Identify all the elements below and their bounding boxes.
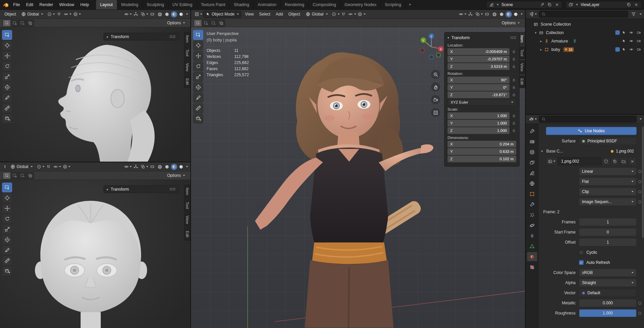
lock-icon[interactable] [511, 78, 516, 82]
shading-dropdown[interactable] [186, 13, 188, 15]
workspace-tab-compositing[interactable]: Compositing [309, 0, 340, 9]
tool-scale[interactable] [2, 224, 12, 234]
add-workspace-button[interactable]: + [405, 0, 414, 10]
lock-icon[interactable] [511, 93, 516, 97]
menu-render[interactable]: Render [36, 0, 56, 9]
orientation-dropdown[interactable]: Global [19, 11, 45, 18]
overlays-dropdown[interactable] [140, 11, 148, 18]
shading-wireframe-button[interactable] [491, 11, 498, 18]
tool-move[interactable] [2, 51, 12, 61]
workspace-tab-scripting[interactable]: Scripting [381, 0, 406, 9]
projection-dropdown[interactable]: Flat [579, 177, 637, 186]
options-dropdown[interactable]: Options [167, 173, 188, 178]
tool-scale[interactable] [193, 72, 203, 82]
menu-edit[interactable]: Edit [23, 0, 36, 9]
editor-type-button[interactable] [193, 11, 202, 18]
image-name-field[interactable]: 1.png.002 [558, 157, 602, 165]
tool-measure[interactable] [2, 256, 12, 266]
roughness-slider[interactable]: 1.000 [579, 309, 637, 317]
unlink-scene-button[interactable] [554, 2, 560, 8]
select-mode-set[interactable] [3, 20, 10, 26]
visibility-dropdown[interactable] [458, 11, 466, 18]
collapse-panel-icon[interactable]: ▾ [448, 36, 449, 39]
shading-rendered-button[interactable] [178, 11, 184, 18]
proportional-editing-dropdown[interactable] [357, 11, 366, 18]
tool-transform[interactable] [193, 82, 203, 92]
select-mode-extend[interactable] [202, 20, 209, 26]
tool-cursor[interactable] [2, 40, 12, 50]
hide-in-viewport-toggle[interactable] [628, 38, 635, 44]
disable-in-renders-toggle[interactable] [636, 46, 642, 53]
expand-panel-icon[interactable]: ▸ [107, 188, 109, 191]
camera-view-button[interactable] [431, 95, 440, 104]
location-z-field[interactable]: Z3.5319 m [448, 63, 510, 70]
tool-annotate[interactable] [193, 93, 203, 103]
expand-arrow-icon[interactable]: ▾ [533, 31, 538, 34]
sidebar-tab-item[interactable]: Item [184, 185, 190, 198]
editor-type-button[interactable] [528, 11, 537, 18]
scrollbar[interactable] [642, 127, 644, 238]
blender-logo-icon[interactable] [2, 1, 9, 8]
menu-file[interactable]: File [10, 0, 23, 9]
tool-transform[interactable] [2, 82, 12, 92]
tool-add-cube[interactable] [193, 114, 203, 124]
dimensions-x-field[interactable]: X0.204 m [448, 141, 516, 147]
sidebar-tab-tool[interactable]: Tool [184, 199, 190, 212]
shading-wireframe-button[interactable] [157, 11, 163, 18]
open-image-button[interactable] [619, 157, 628, 165]
decorator-dot[interactable] [638, 170, 641, 173]
zoom-button[interactable] [431, 70, 440, 79]
unlink-image-button[interactable] [628, 157, 637, 165]
transform-panel-collapsed[interactable]: ▸ Transform [103, 185, 179, 193]
lock-icon[interactable] [511, 57, 516, 61]
sidebar-tab-view[interactable]: View [184, 213, 190, 227]
extension-dropdown[interactable]: Clip [579, 188, 637, 196]
pan-hand-button[interactable] [431, 82, 440, 91]
editor-type-button[interactable] [528, 116, 537, 122]
snap-settings-dropdown[interactable] [63, 11, 71, 18]
shading-solid-button[interactable] [164, 164, 170, 170]
select-mode-intersect[interactable] [26, 20, 34, 26]
remove-viewlayer-button[interactable] [633, 2, 639, 8]
scale-y-field[interactable]: Y1.000 [448, 120, 510, 127]
alpha-dropdown[interactable]: Straight [579, 279, 637, 287]
lock-icon[interactable] [511, 85, 516, 89]
offset-field[interactable]: 1 [579, 238, 637, 246]
proportional-editing-dropdown[interactable] [62, 164, 70, 170]
props-tab-constraints[interactable] [527, 231, 537, 240]
outliner-row-collection[interactable]: ▾ Collection [526, 28, 644, 37]
visibility-dropdown[interactable] [123, 164, 132, 170]
tool-rotate[interactable] [2, 61, 12, 71]
fake-user-button[interactable] [602, 157, 610, 165]
props-tab-tool[interactable] [527, 127, 537, 136]
sidebar-tab-view[interactable]: View [184, 60, 190, 75]
decorator-dot[interactable] [638, 190, 641, 193]
select-mode-subtract[interactable] [210, 20, 217, 26]
object-menu[interactable]: Object [2, 12, 18, 17]
expand-arrow-icon[interactable]: ▸ [539, 48, 544, 51]
sidebar-tab-edit[interactable]: Edit [184, 75, 190, 88]
disable-in-renders-toggle[interactable] [636, 38, 642, 44]
orientation-dropdown[interactable]: Global [8, 163, 35, 170]
show-gizmo-toggle[interactable] [467, 11, 473, 18]
transform-panel-header[interactable]: ▾ Transform [448, 34, 516, 42]
workspace-tab-geometry-nodes[interactable]: Geometry Nodes [340, 0, 380, 9]
tool-select-box[interactable] [2, 30, 12, 40]
select-mode-intersect[interactable] [217, 20, 225, 26]
tool-add-cube[interactable] [2, 114, 12, 124]
select-mode-intersect[interactable] [26, 172, 34, 179]
decorator-dot[interactable] [638, 180, 641, 183]
shading-material-button[interactable] [505, 11, 512, 18]
rotation-y-field[interactable]: Y0° [448, 84, 510, 91]
collapse-base-color-icon[interactable]: ▾ [541, 149, 546, 153]
workspace-tab-animation[interactable]: Animation [254, 0, 281, 9]
transform-pivot-dropdown[interactable] [331, 11, 340, 18]
exclude-checkbox[interactable] [615, 30, 620, 35]
snap-magnet-toggle[interactable] [340, 11, 347, 18]
props-tab-output[interactable] [527, 147, 537, 157]
viewport-3d-view[interactable]: User Perspective (0) boby | pupila Objec… [191, 27, 525, 328]
tool-select-box[interactable] [2, 183, 12, 192]
tool-rotate[interactable] [2, 214, 12, 224]
shading-solid-button[interactable] [498, 11, 505, 18]
exclude-checkbox[interactable] [615, 47, 620, 52]
